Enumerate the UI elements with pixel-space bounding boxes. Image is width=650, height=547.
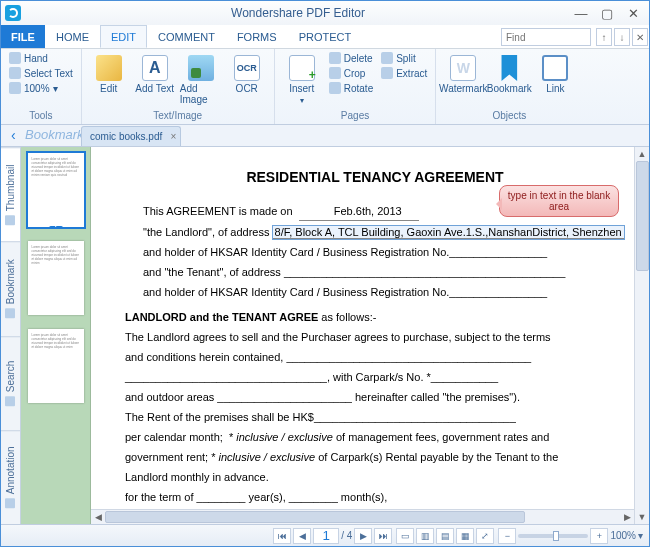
app-window: Wondershare PDF Editor — ▢ ✕ FILE HOME E… xyxy=(0,0,650,547)
insert-page-button[interactable]: Insert▾ xyxy=(281,51,323,105)
find-prev-button[interactable]: ↑ xyxy=(596,28,612,46)
zoom-level[interactable]: 100%▾ xyxy=(7,81,75,95)
zoom-dropdown[interactable]: ▾ xyxy=(638,530,643,541)
add-image-button[interactable]: Add Image xyxy=(180,51,222,105)
ribbon-group-text-image: Edit AAdd Text Add Image OCROCR Text/Ima… xyxy=(82,49,275,124)
delete-icon xyxy=(329,52,341,64)
tab-edit[interactable]: EDIT xyxy=(100,25,147,48)
chevron-down-icon: ▾ xyxy=(300,96,304,105)
ocr-icon: OCR xyxy=(234,55,260,81)
hscroll-thumb[interactable] xyxy=(105,511,525,523)
zoom-value: 100% xyxy=(610,530,636,541)
scroll-right-icon[interactable]: ▶ xyxy=(620,510,634,524)
scroll-thumb[interactable] xyxy=(636,161,649,271)
add-text-icon: A xyxy=(142,55,168,81)
insert-icon xyxy=(289,55,315,81)
side-tab-strip: Thumbnail Bookmark Search Annotation xyxy=(1,147,21,524)
view-mode-4[interactable]: ▦ xyxy=(456,528,474,544)
zoom-out-button[interactable]: − xyxy=(498,528,516,544)
last-page-button[interactable]: ⏭ xyxy=(374,528,392,544)
callout-tooltip: type in text in the blank area xyxy=(499,185,619,217)
add-text-button[interactable]: AAdd Text xyxy=(134,51,176,94)
zoom-in-button[interactable]: + xyxy=(590,528,608,544)
watermark-button[interactable]: WWatermark xyxy=(442,51,484,94)
add-image-icon xyxy=(188,55,214,81)
crop-page[interactable]: Crop xyxy=(327,66,375,80)
zoom-slider-handle[interactable] xyxy=(553,531,559,541)
zoom-slider[interactable] xyxy=(518,534,588,538)
page-nav: ⏮ ◀ / 4 ▶ ⏭ xyxy=(273,528,392,544)
close-button[interactable]: ✕ xyxy=(621,5,645,21)
zoom-controls: − + 100% ▾ xyxy=(498,528,643,544)
view-mode-3[interactable]: ▤ xyxy=(436,528,454,544)
hand-icon xyxy=(9,52,21,64)
select-text-icon xyxy=(9,67,21,79)
thumbnail-page-3[interactable]: Lorem ipsum dolor sit amet consectetur a… xyxy=(28,329,84,403)
zoom-icon xyxy=(9,82,21,94)
sidetab-thumbnail[interactable]: Thumbnail xyxy=(1,147,20,241)
maximize-button[interactable]: ▢ xyxy=(595,5,619,21)
prev-page-button[interactable]: ◀ xyxy=(293,528,311,544)
bookmark-icon xyxy=(496,55,522,81)
sidetab-bookmark[interactable]: Bookmark xyxy=(1,241,20,335)
view-modes: ▭ ▥ ▤ ▦ ⤢ xyxy=(396,528,494,544)
edit-icon xyxy=(96,55,122,81)
scroll-left-icon[interactable]: ◀ xyxy=(91,510,105,524)
status-bar: ⏮ ◀ / 4 ▶ ⏭ ▭ ▥ ▤ ▦ ⤢ − + 100% ▾ xyxy=(1,524,649,546)
ocr-button[interactable]: OCROCR xyxy=(226,51,268,94)
ribbon-group-tools: Hand Select Text 100%▾ Tools xyxy=(1,49,82,124)
first-page-button[interactable]: ⏮ xyxy=(273,528,291,544)
find-next-button[interactable]: ↓ xyxy=(614,28,630,46)
split-page[interactable]: Split xyxy=(379,51,429,65)
view-mode-2[interactable]: ▥ xyxy=(416,528,434,544)
bookmark-icon xyxy=(6,308,16,318)
page-total: / 4 xyxy=(341,530,352,541)
scroll-up-icon[interactable]: ▲ xyxy=(635,147,649,161)
delete-page[interactable]: Delete xyxy=(327,51,375,65)
ribbon-group-pages: Insert▾ Delete Crop Rotate Split Extract… xyxy=(275,49,437,124)
edit-button[interactable]: Edit xyxy=(88,51,130,94)
app-title: Wondershare PDF Editor xyxy=(27,6,569,20)
annotation-icon xyxy=(6,498,16,508)
thumbnail-page-1[interactable]: Lorem ipsum dolor sit amet consectetur a… xyxy=(28,153,84,227)
find-input[interactable] xyxy=(501,28,591,46)
extract-page[interactable]: Extract xyxy=(379,66,429,80)
workspace: Thumbnail Bookmark Search Annotation Lor… xyxy=(1,147,649,524)
document-tab[interactable]: comic books.pdf × xyxy=(81,126,181,146)
link-icon xyxy=(542,55,568,81)
sidetab-annotation[interactable]: Annotation xyxy=(1,430,20,524)
next-page-button[interactable]: ▶ xyxy=(354,528,372,544)
tab-protect[interactable]: PROTECT xyxy=(288,25,363,48)
minimize-button[interactable]: — xyxy=(569,5,593,21)
close-tab-icon[interactable]: × xyxy=(170,131,176,142)
rotate-page[interactable]: Rotate xyxy=(327,81,375,95)
watermark-icon: W xyxy=(450,55,476,81)
title-bar: Wondershare PDF Editor — ▢ ✕ xyxy=(1,1,649,25)
file-menu[interactable]: FILE xyxy=(1,25,45,48)
tab-comment[interactable]: COMMENT xyxy=(147,25,226,48)
bookmark-button[interactable]: Bookmark xyxy=(488,51,530,94)
ribbon: Hand Select Text 100%▾ Tools Edit AAdd T… xyxy=(1,49,649,125)
find-close-button[interactable]: ✕ xyxy=(632,28,648,46)
ribbon-group-objects: WWatermark Bookmark Link Objects xyxy=(436,49,582,124)
thumbnail-icon xyxy=(6,215,16,225)
hand-tool[interactable]: Hand xyxy=(7,51,75,65)
sidetab-search[interactable]: Search xyxy=(1,336,20,430)
document-view[interactable]: type in text in the blank area RESIDENTI… xyxy=(91,147,649,524)
link-button[interactable]: Link xyxy=(534,51,576,94)
typed-address[interactable]: 8/F, Block A, TCL Building, Gaoxin Ave.1… xyxy=(273,226,624,239)
page-number-input[interactable] xyxy=(313,528,339,544)
panel-back-button[interactable]: ‹ xyxy=(11,124,16,146)
vertical-scrollbar[interactable]: ▲ ▼ xyxy=(634,147,649,524)
scroll-down-icon[interactable]: ▼ xyxy=(635,510,649,524)
select-text-tool[interactable]: Select Text xyxy=(7,66,75,80)
tab-home[interactable]: HOME xyxy=(45,25,100,48)
chevron-down-icon: ▾ xyxy=(53,83,58,94)
rotate-icon xyxy=(329,82,341,94)
tab-forms[interactable]: FORMS xyxy=(226,25,288,48)
view-mode-fullscreen[interactable]: ⤢ xyxy=(476,528,494,544)
horizontal-scrollbar[interactable]: ◀ ▶ xyxy=(91,509,634,524)
thumbnail-page-2[interactable]: Lorem ipsum dolor sit amet consectetur a… xyxy=(28,241,84,315)
view-mode-1[interactable]: ▭ xyxy=(396,528,414,544)
typed-date[interactable]: Feb.6th, 2013 xyxy=(299,203,419,221)
